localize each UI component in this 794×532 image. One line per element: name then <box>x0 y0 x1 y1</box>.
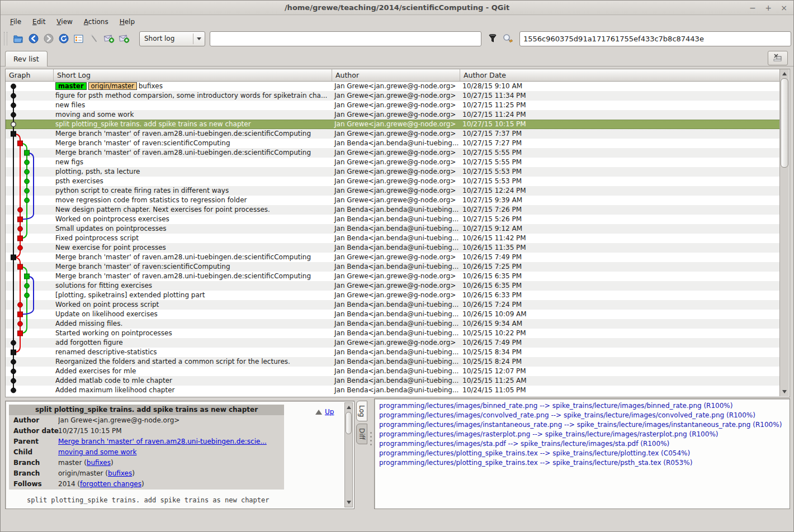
commit-row[interactable]: Merge branch 'master' of raven.am28.uni-… <box>6 253 781 262</box>
open-repository-button[interactable] <box>11 31 26 46</box>
scroll-up-icon[interactable] <box>781 70 788 78</box>
highlight-search-button[interactable] <box>500 31 515 46</box>
detail-field: AuthorJan Grewe<jan.grewe@g-node.org> <box>9 415 284 426</box>
commit-author: Jan Benda<jan.benda@uni-tuebing... <box>332 224 460 234</box>
commit-row[interactable]: solutions for fitting exercisesJan Grewe… <box>6 281 781 291</box>
commit-row[interactable]: moving and some workJan Grewe<jan.grewe@… <box>6 110 781 120</box>
detail-field-link[interactable]: bufixes <box>87 459 111 467</box>
scroll-down-icon[interactable] <box>346 498 352 506</box>
commit-row[interactable]: move regression code from statistics to … <box>6 196 781 205</box>
commit-row[interactable]: Small updates on pointprocessesJan Benda… <box>6 224 781 234</box>
commit-row[interactable]: new filesJan Grewe<jan.grewe@g-node.org>… <box>6 101 781 110</box>
commit-date: 10/26/15 7:49 PM <box>460 253 781 262</box>
tab-diff[interactable]: Diff <box>356 424 367 444</box>
commit-row[interactable]: figure for psth method comparsion, some … <box>6 91 781 101</box>
filter-input[interactable] <box>210 31 481 46</box>
splitter-handle[interactable] <box>370 432 372 445</box>
detail-scrollbar[interactable] <box>344 402 353 507</box>
detail-field-link[interactable]: bufixes <box>108 469 132 477</box>
column-header-author[interactable]: Author <box>332 69 460 81</box>
commit-row[interactable]: Update on likelihood exercisesJan Benda<… <box>6 310 781 319</box>
commit-author: Jan Grewe<jan.grewe@g-node.org> <box>332 281 460 291</box>
filter-tree-button[interactable] <box>768 51 788 65</box>
commit-row[interactable]: Merge branch 'master' of raven:scientifi… <box>6 262 781 272</box>
commit-row[interactable]: Added maximum likelihood chapterJan Bend… <box>6 386 781 395</box>
commit-row[interactable]: Fixed pointprocess scriptJan Benda<jan.b… <box>6 234 781 243</box>
up-control[interactable]: Up <box>315 408 334 416</box>
commit-row[interactable]: Added exercises for mleJan Benda<jan.ben… <box>6 367 781 376</box>
renamed-file-line[interactable]: programming/lectures/images/convolved_ra… <box>379 411 790 420</box>
commit-row[interactable]: Added missing files.Jan Benda<jan.benda@… <box>6 319 781 329</box>
save-patch-button[interactable] <box>101 31 116 46</box>
column-header-graph[interactable]: Graph <box>6 69 54 81</box>
sha-input[interactable] <box>519 31 791 46</box>
back-button[interactable] <box>26 31 41 46</box>
commit-row[interactable]: Reorganized the folders and started a co… <box>6 357 781 367</box>
commit-row[interactable]: Added matlab code to mle chapterJan Bend… <box>6 376 781 386</box>
tab-rev-list[interactable]: Rev list <box>5 51 48 66</box>
commit-row[interactable]: Started working on pointprocessesJan Ben… <box>6 329 781 338</box>
scrollbar-thumb[interactable] <box>346 412 352 434</box>
commit-row[interactable]: psth exercisesJan Grewe<jan.grewe@g-node… <box>6 177 781 186</box>
up-link[interactable]: Up <box>325 408 334 416</box>
menu-file[interactable]: File <box>5 16 26 27</box>
commit-author: Jan Grewe<jan.grewe@g-node.org> <box>332 291 460 300</box>
commit-row[interactable]: masterorigin/masterbufixesJan Grewe<jan.… <box>6 82 781 91</box>
commit-row[interactable]: add forgotten figureJan Grewe<jan.grewe@… <box>6 338 781 348</box>
renamed-file-line[interactable]: programming/lectures/plotting_spike_trai… <box>379 449 790 458</box>
commit-date: 10/26/15 6:35 PM <box>460 281 781 291</box>
column-header-short-log[interactable]: Short Log <box>54 69 332 81</box>
wand-button[interactable] <box>86 31 101 46</box>
menu-help[interactable]: Help <box>115 16 140 27</box>
commit-subject: Added missing files. <box>55 320 122 327</box>
menu-actions[interactable]: Actions <box>79 16 114 27</box>
commit-row[interactable]: Merge branch 'master' of raven.am28.uni-… <box>6 272 781 281</box>
detail-field-link[interactable]: forgotten changes <box>80 480 141 488</box>
scroll-up-icon[interactable] <box>346 403 352 411</box>
commit-date: 10/27/15 9:39 AM <box>460 196 781 205</box>
commit-row[interactable]: new figsJan Grewe<jan.grewe@g-node.org>1… <box>6 158 781 167</box>
commit-author: Jan Benda<jan.benda@uni-tuebing... <box>332 357 460 367</box>
commit-row[interactable]: renamed descriptive-statisticsJan Benda<… <box>6 348 781 357</box>
commit-row[interactable]: New design pattern chapter. Next exercis… <box>6 205 781 215</box>
view-button[interactable] <box>71 31 86 46</box>
maximize-button[interactable]: + <box>763 3 773 13</box>
filter-button[interactable] <box>485 31 500 46</box>
commit-row[interactable]: Merge branch 'master' of raven:scientifi… <box>6 139 781 148</box>
renamed-file-line[interactable]: programming/lectures/images/instantaneou… <box>379 420 790 430</box>
window-title: /home/grewe/teaching/2014/scientificComp… <box>285 3 509 12</box>
commit-date: 10/25/15 8:24 PM <box>460 357 781 367</box>
detail-field-link[interactable]: Merge branch 'master' of raven.am28.uni-… <box>58 438 267 445</box>
scroll-down-icon[interactable] <box>781 388 788 396</box>
log-mode-select[interactable]: Short log <box>139 31 205 46</box>
commit-author: Jan Grewe<jan.grewe@g-node.org> <box>332 253 460 262</box>
forward-button[interactable] <box>41 31 56 46</box>
close-button[interactable]: × <box>779 3 789 13</box>
commit-subject: figure for psth method comparsion, some … <box>55 92 327 99</box>
commit-row[interactable]: [plotting, spiketrains] extended plottin… <box>6 291 781 300</box>
commit-row[interactable]: Worked on pointprocess exercisesJan Bend… <box>6 215 781 224</box>
menu-view[interactable]: View <box>51 16 77 27</box>
commit-row[interactable]: plotting, psth, sta lectureJan Grewe<jan… <box>6 167 781 177</box>
renamed-file-line[interactable]: programming/lectures/images/binned_rate.… <box>379 401 790 411</box>
scrollbar-thumb[interactable] <box>781 78 788 168</box>
renamed-file-line[interactable]: programming/lectures/images/sta.pdf --> … <box>379 439 790 449</box>
commit-row[interactable]: Merge branch 'master' of raven.am28.uni-… <box>6 129 781 139</box>
detail-field-link[interactable]: moving and some work <box>58 448 136 456</box>
commit-row[interactable]: split plotting_spike trains. add spike t… <box>6 120 781 129</box>
renamed-file-line[interactable]: programming/lectures/images/rasterplot.p… <box>379 430 790 439</box>
reload-button[interactable] <box>56 31 71 46</box>
commit-date: 10/24/15 11:05 PM <box>460 386 781 395</box>
commit-row[interactable]: New exercise for point processesJan Bend… <box>6 243 781 253</box>
renamed-file-line[interactable]: programming/lectures/plotting_spike_trai… <box>379 458 790 468</box>
minimize-button[interactable]: − <box>748 3 758 13</box>
commit-row[interactable]: Worked on point process scriptJan Benda<… <box>6 300 781 310</box>
commit-row[interactable]: Merge branch 'master' of raven.am28.uni-… <box>6 148 781 158</box>
apply-patch-button[interactable] <box>116 31 131 46</box>
commit-row[interactable]: python script to create firing rates in … <box>6 186 781 196</box>
menu-edit[interactable]: Edit <box>27 16 50 27</box>
rev-list-scrollbar[interactable] <box>779 69 789 396</box>
tab-log[interactable]: Log <box>356 401 367 421</box>
column-header-author-date[interactable]: Author Date <box>460 69 781 81</box>
toolbar-drag-handle[interactable] <box>4 32 7 45</box>
